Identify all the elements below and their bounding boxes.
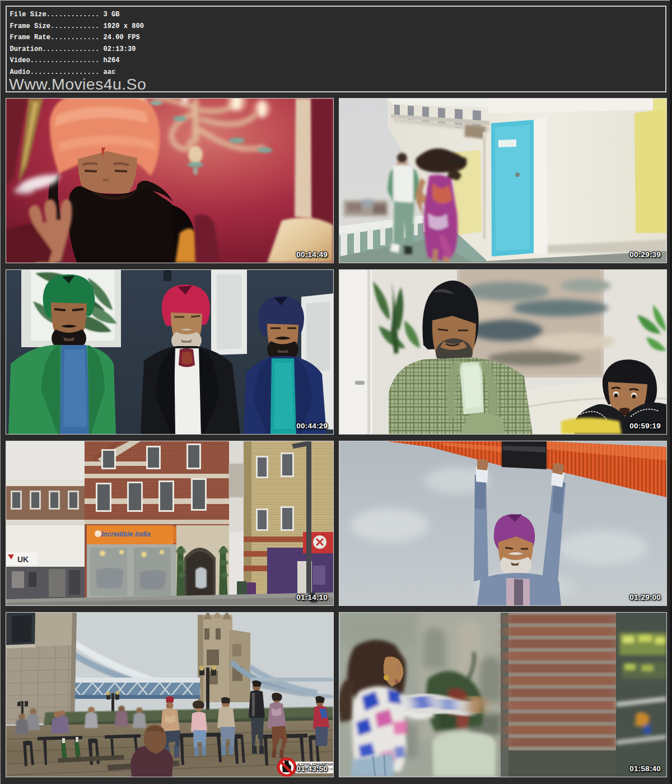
svg-text:UK: UK [17, 555, 29, 564]
svg-text:Incredible India: Incredible India [101, 530, 151, 538]
